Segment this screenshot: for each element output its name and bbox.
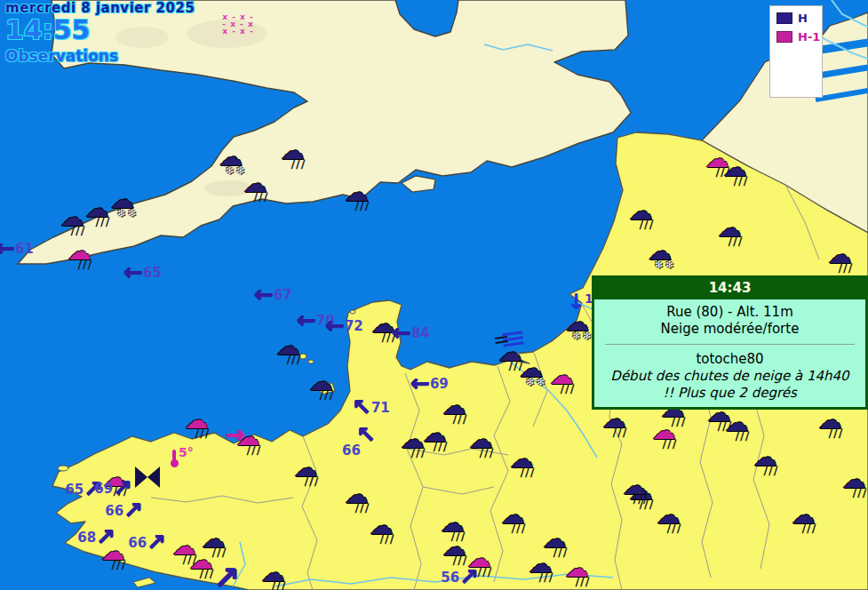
rain-cloud-icon[interactable] bbox=[275, 338, 301, 365]
rain-cloud-icon[interactable] bbox=[564, 560, 590, 587]
rain-cloud-icon[interactable] bbox=[628, 203, 654, 230]
wind-arrow[interactable]: 66 bbox=[147, 530, 166, 554]
rain-cloud-icon[interactable] bbox=[549, 367, 575, 395]
tooltip-divider bbox=[605, 344, 855, 345]
wind-speed-value: 65 bbox=[65, 483, 84, 497]
rain-cloud-icon[interactable] bbox=[369, 517, 394, 545]
rain-cloud-icon[interactable] bbox=[67, 243, 92, 270]
rain-cloud-icon[interactable] bbox=[260, 564, 286, 590]
wind-speed-value: 61 bbox=[15, 243, 34, 256]
snow-cloud-icon[interactable] bbox=[519, 360, 547, 387]
wind-arrow[interactable]: 84 bbox=[392, 321, 411, 344]
temperature-value: 5° bbox=[179, 446, 194, 458]
rain-cloud-icon[interactable] bbox=[60, 209, 85, 236]
tooltip-station: Rue (80) - Alt. 11m bbox=[598, 304, 862, 321]
wind-speed-value: 69 bbox=[430, 378, 449, 391]
legend-label: H-1 bbox=[798, 30, 820, 44]
time-label: 14:55 bbox=[5, 14, 195, 45]
wind-speed-value: 71 bbox=[371, 402, 390, 415]
wind-speed-value: 66 bbox=[342, 444, 361, 458]
rain-cloud-icon[interactable] bbox=[528, 555, 553, 583]
rain-cloud-icon[interactable] bbox=[791, 506, 816, 534]
tooltip-comment-1: Début des chutes de neige à 14h40 bbox=[598, 368, 862, 385]
rain-cloud-icon[interactable] bbox=[509, 450, 535, 478]
wind-arrow[interactable]: 67 bbox=[254, 283, 274, 306]
legend-item: H bbox=[776, 12, 822, 25]
tooltip-body: Rue (80) - Alt. 11m Neige modérée/forte … bbox=[594, 299, 865, 407]
wind-speed-value: 84 bbox=[411, 327, 430, 340]
map-header: mercredi 8 janvier 2025 14:55 Observatio… bbox=[5, 0, 195, 65]
rain-cloud-icon[interactable] bbox=[500, 506, 526, 534]
wind-arrow[interactable]: 70 bbox=[297, 308, 316, 331]
wind-arrow[interactable]: 60 bbox=[213, 562, 240, 590]
rain-cloud-icon[interactable] bbox=[280, 142, 306, 170]
snow-cloud-icon[interactable] bbox=[648, 243, 676, 270]
rain-cloud-icon[interactable] bbox=[243, 175, 268, 203]
wind-arrow[interactable]: 56 bbox=[459, 565, 479, 588]
wind-speed-value: 66 bbox=[128, 537, 147, 550]
tooltip-time: 14:43 bbox=[594, 278, 865, 299]
wind-barb-icon[interactable] bbox=[500, 331, 527, 349]
rain-cloud-icon[interactable] bbox=[468, 431, 494, 458]
rain-cloud-icon[interactable] bbox=[344, 184, 370, 211]
rain-cloud-icon[interactable] bbox=[184, 411, 210, 439]
rain-cloud-icon[interactable] bbox=[293, 459, 319, 487]
rain-cloud-icon[interactable] bbox=[442, 538, 467, 566]
wind-arrow[interactable]: 65 bbox=[123, 260, 143, 283]
wind-arrow[interactable]: 68 bbox=[96, 525, 115, 548]
rain-cloud-icon[interactable] bbox=[601, 411, 627, 438]
thermometer-icon[interactable]: 5° bbox=[170, 450, 179, 467]
rain-cloud-icon[interactable] bbox=[656, 506, 681, 534]
rain-cloud-icon[interactable] bbox=[724, 414, 750, 442]
rain-cloud-icon[interactable] bbox=[841, 471, 867, 498]
wind-speed-value: 56 bbox=[441, 571, 459, 585]
snow-cloud-icon[interactable] bbox=[110, 191, 139, 219]
legend-item: H-1 bbox=[776, 30, 822, 44]
rain-cloud-icon[interactable] bbox=[817, 411, 843, 439]
wind-speed-value: 72 bbox=[345, 320, 363, 333]
snow-cloud-icon[interactable] bbox=[565, 314, 593, 341]
weather-observations-map: x - x - - x - x x - x -1°5°6165677072846… bbox=[0, 0, 868, 590]
rain-cloud-icon[interactable] bbox=[753, 449, 778, 476]
wind-arrow[interactable] bbox=[226, 423, 245, 446]
wind-arrow[interactable]: 61 bbox=[0, 236, 15, 259]
legend: HH-1 bbox=[769, 5, 823, 98]
legend-swatch bbox=[776, 31, 792, 43]
rain-cloud-icon[interactable] bbox=[827, 246, 853, 274]
rain-cloud-icon[interactable] bbox=[84, 200, 110, 227]
wind-speed-value: 65 bbox=[143, 267, 162, 280]
legend-swatch bbox=[776, 12, 792, 24]
rain-cloud-icon[interactable] bbox=[422, 425, 448, 452]
rain-cloud-icon[interactable] bbox=[722, 159, 748, 187]
storm-marker-icon[interactable] bbox=[135, 466, 160, 488]
observations-label[interactable]: Observations bbox=[5, 47, 195, 65]
rain-cloud-icon[interactable] bbox=[344, 486, 370, 514]
observation-tooltip: 14:43 Rue (80) - Alt. 11m Neige modérée/… bbox=[592, 275, 868, 410]
tooltip-condition: Neige modérée/forte bbox=[598, 321, 862, 338]
wind-arrow[interactable]: 66 bbox=[356, 423, 376, 446]
wind-arrow[interactable]: 71 bbox=[352, 395, 371, 419]
wind-speed-value: 68 bbox=[77, 531, 96, 545]
legend-items: HH-1 bbox=[776, 12, 822, 44]
wind-arrow[interactable]: 66 bbox=[123, 498, 143, 522]
wind-speed-value: 67 bbox=[274, 289, 292, 302]
light-snow-symbols-icon[interactable]: x - x - - x - x x - x - bbox=[222, 13, 253, 35]
rain-cloud-icon[interactable] bbox=[188, 552, 214, 579]
wind-speed-value: 69 bbox=[94, 482, 113, 496]
rain-cloud-icon[interactable] bbox=[308, 373, 334, 401]
legend-label: H bbox=[798, 12, 808, 25]
tooltip-user: totoche80 bbox=[598, 351, 862, 368]
wind-arrow[interactable]: 69 bbox=[410, 371, 430, 395]
rain-cloud-icon[interactable] bbox=[717, 219, 743, 247]
tooltip-comment-2: !! Plus que 2 degrés bbox=[598, 385, 862, 402]
wind-speed-value: 66 bbox=[105, 505, 123, 518]
rain-cloud-icon[interactable] bbox=[622, 477, 648, 505]
wind-arrow[interactable]: 72 bbox=[325, 314, 345, 337]
